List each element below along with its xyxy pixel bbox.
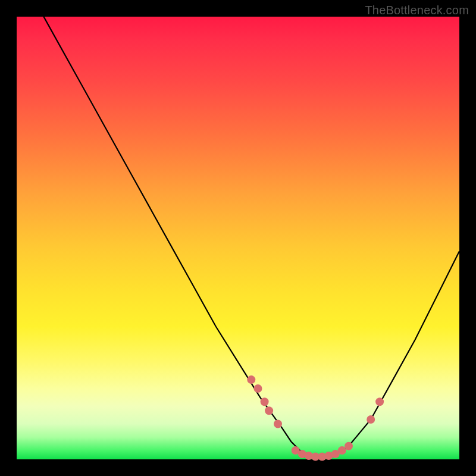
chart-svg (17, 17, 459, 459)
marker-group (247, 375, 384, 461)
marker-dot (254, 384, 262, 393)
marker-dot (375, 397, 384, 406)
marker-dot (261, 397, 269, 406)
watermark-text: TheBottleneck.com (365, 4, 469, 17)
marker-dot (345, 442, 353, 450)
chart-frame: TheBottleneck.com (0, 0, 476, 476)
marker-dot (367, 415, 375, 424)
plot-area (17, 17, 459, 459)
curve-line (17, 0, 459, 457)
marker-dot (247, 375, 255, 384)
marker-dot (274, 420, 282, 428)
marker-dot (265, 406, 273, 415)
